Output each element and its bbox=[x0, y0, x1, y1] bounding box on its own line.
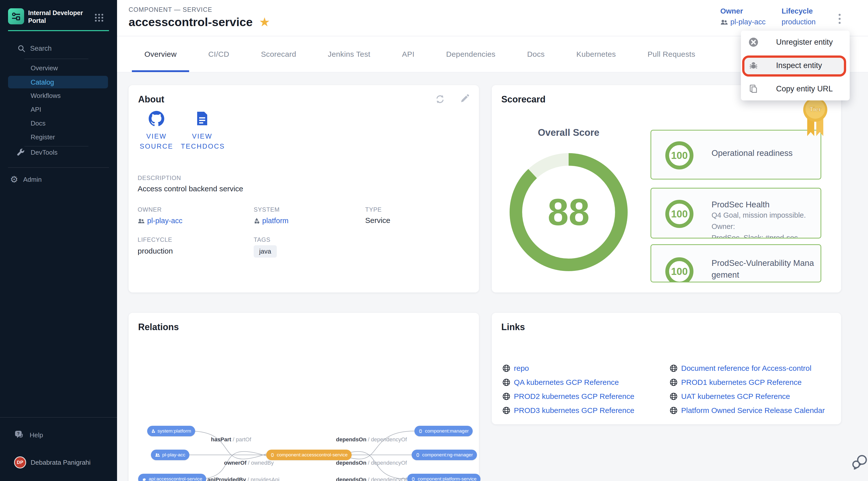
link-prod2-kubernetes[interactable]: PROD2 kubernetes GCP Reference bbox=[502, 392, 634, 401]
edge-label-haspart: hasPart/ partOf bbox=[211, 436, 251, 443]
sidebar-item-devtools[interactable]: DevTools bbox=[16, 148, 58, 157]
app-title: Internal Developer Portal bbox=[28, 9, 86, 25]
tag-chip-java[interactable]: java bbox=[254, 245, 277, 258]
edge-label-ownerof: ownerOf/ ownedBy bbox=[224, 460, 274, 466]
sidebar-item-api[interactable]: API bbox=[31, 106, 41, 114]
api-puzzle-icon bbox=[142, 477, 147, 481]
relation-node-component-ng-manager[interactable]: component:ng-manager bbox=[412, 450, 477, 460]
tab-cicd[interactable]: CI/CD bbox=[196, 36, 242, 72]
system-icon bbox=[254, 218, 260, 224]
refresh-button[interactable] bbox=[434, 94, 445, 106]
lifecycle-value: production bbox=[782, 18, 815, 26]
badge-label: ProdSec-Vulnerability Management bbox=[712, 257, 816, 281]
relation-node-component-manager[interactable]: component:manager bbox=[414, 426, 473, 436]
sidebar-item-catalog[interactable]: Catalog bbox=[8, 76, 108, 88]
edge-label-apiprovidedby: apiProvidedBy/ providesApi bbox=[207, 477, 279, 481]
sidebar-item-register[interactable]: Register bbox=[31, 133, 55, 141]
scorecard-badge: 100 ProdSec Health Q4 Goal, mission impo… bbox=[651, 188, 821, 238]
menu-item-copy-entity-url[interactable]: Copy entity URL bbox=[741, 77, 850, 100]
link-prod1-kubernetes[interactable]: PROD1 kubernetes GCP Reference bbox=[670, 378, 802, 387]
link-qa-kubernetes[interactable]: QA kubernetes GCP Reference bbox=[502, 378, 619, 387]
about-title: About bbox=[138, 94, 164, 105]
app-logo[interactable] bbox=[8, 8, 24, 24]
relation-node-system-platform[interactable]: system:platform bbox=[147, 426, 195, 436]
edge-label-dependson: dependsOn/ dependencyOf bbox=[336, 436, 407, 443]
view-techdocs-link[interactable]: VIEW TECHDOCS bbox=[181, 111, 223, 151]
owner-field-label: OWNER bbox=[137, 206, 162, 213]
relation-node-pl-play-acc[interactable]: pl-play-acc bbox=[151, 450, 189, 460]
scorecard-badge: 100 ProdSec-Vulnerability Management bbox=[651, 244, 821, 282]
relation-node-component-accesscontrol-service[interactable]: component:accesscontrol-service bbox=[266, 450, 352, 460]
globe-icon bbox=[502, 378, 510, 386]
owner-link[interactable]: pl-play-acc bbox=[720, 18, 766, 26]
breadcrumb: COMPONENT — SERVICE bbox=[129, 6, 212, 13]
owner-field-link[interactable]: pl-play-acc bbox=[137, 217, 182, 225]
tab-kubernetes[interactable]: Kubernetes bbox=[564, 36, 628, 72]
globe-icon bbox=[670, 364, 678, 372]
link-doc-reference[interactable]: Document reference for Access-control bbox=[670, 364, 811, 373]
tab-scorecard[interactable]: Scorecard bbox=[248, 36, 309, 72]
system-icon bbox=[151, 429, 155, 433]
sidebar-item-admin[interactable]: ⚙ Admin bbox=[10, 175, 42, 184]
tab-docs[interactable]: Docs bbox=[515, 36, 557, 72]
gear-icon: ⚙ bbox=[10, 175, 18, 184]
link-release-calendar[interactable]: Platform Owned Service Release Calendar bbox=[670, 406, 825, 415]
apps-grid-icon[interactable] bbox=[95, 14, 103, 22]
tags-field-label: TAGS bbox=[254, 236, 271, 243]
sidebar-divider bbox=[24, 146, 88, 147]
lifecycle-label: Lifecycle bbox=[782, 7, 815, 15]
menu-item-unregister-entity[interactable]: Unregister entity bbox=[741, 31, 850, 54]
user-name: Debabrata Panigrahi bbox=[31, 459, 91, 467]
wrench-icon bbox=[16, 148, 26, 157]
favorite-star-icon[interactable]: ★ bbox=[260, 17, 270, 28]
globe-icon bbox=[670, 392, 678, 400]
badge-label: ProdSec Health bbox=[712, 199, 817, 211]
tab-overview[interactable]: Overview bbox=[132, 36, 189, 72]
user-profile[interactable]: DP Debabrata Panigrahi bbox=[14, 456, 91, 469]
page-title: accesscontrol-service bbox=[129, 15, 253, 29]
tab-pull-requests[interactable]: Pull Requests bbox=[635, 36, 708, 72]
relation-node-api-accesscontrol-service[interactable]: api:accesscontrol-service bbox=[138, 474, 206, 481]
globe-icon bbox=[670, 407, 678, 414]
pencil-icon bbox=[459, 94, 470, 104]
feedback-chat-button[interactable] bbox=[852, 454, 868, 474]
scorecard-badge: 100 Operational readiness bbox=[651, 130, 821, 180]
tab-jenkins-test[interactable]: Jenkins Test bbox=[315, 36, 383, 72]
tab-api[interactable]: API bbox=[390, 36, 427, 72]
sidebar-item-docs[interactable]: Docs bbox=[31, 120, 45, 127]
sidebar-search[interactable]: Search bbox=[0, 43, 117, 54]
link-prod3-kubernetes[interactable]: PROD3 kubernetes GCP Reference bbox=[502, 406, 634, 415]
edit-button[interactable] bbox=[459, 94, 470, 105]
links-title: Links bbox=[501, 322, 525, 332]
sidebar-item-help[interactable]: ? Help bbox=[14, 430, 43, 440]
avatar: DP bbox=[14, 456, 26, 469]
owner-label: Owner bbox=[720, 7, 766, 15]
overall-score-donut: 88 bbox=[508, 152, 629, 272]
svg-text:?: ? bbox=[17, 431, 20, 436]
svg-text:Tier: Tier bbox=[809, 105, 821, 113]
search-input[interactable]: Search bbox=[30, 45, 52, 53]
tier-ribbon-badge: Tier bbox=[800, 96, 830, 143]
sidebar-item-workflows[interactable]: Workflows bbox=[31, 92, 61, 100]
tab-dependencies[interactable]: Dependencies bbox=[434, 36, 508, 72]
entity-context-menu-button[interactable] bbox=[834, 10, 845, 28]
techdocs-icon bbox=[196, 111, 208, 126]
component-icon bbox=[411, 477, 415, 481]
bug-icon bbox=[748, 61, 759, 70]
search-underline bbox=[24, 59, 88, 59]
badge-score: 100 bbox=[665, 257, 693, 282]
entity-context-menu: Unregister entity Inspect entity bbox=[741, 31, 850, 100]
globe-icon bbox=[502, 364, 510, 372]
link-uat-kubernetes[interactable]: UAT kubernetes GCP Reference bbox=[670, 392, 790, 401]
badge-label: Operational readiness bbox=[712, 147, 817, 159]
type-field-label: TYPE bbox=[365, 206, 382, 213]
owner-block: Owner pl-play-acc bbox=[720, 7, 766, 26]
relation-node-component-platform-service[interactable]: component:platform-service bbox=[407, 474, 480, 481]
link-repo[interactable]: repo bbox=[502, 364, 529, 373]
system-field-link[interactable]: platform bbox=[254, 217, 288, 225]
cancel-icon bbox=[748, 37, 759, 47]
menu-item-inspect-entity[interactable]: Inspect entity bbox=[741, 54, 850, 77]
sidebar-item-overview[interactable]: Overview bbox=[31, 64, 58, 72]
view-source-link[interactable]: VIEW SOURCE bbox=[135, 111, 178, 151]
sidebar-divider bbox=[8, 167, 109, 168]
